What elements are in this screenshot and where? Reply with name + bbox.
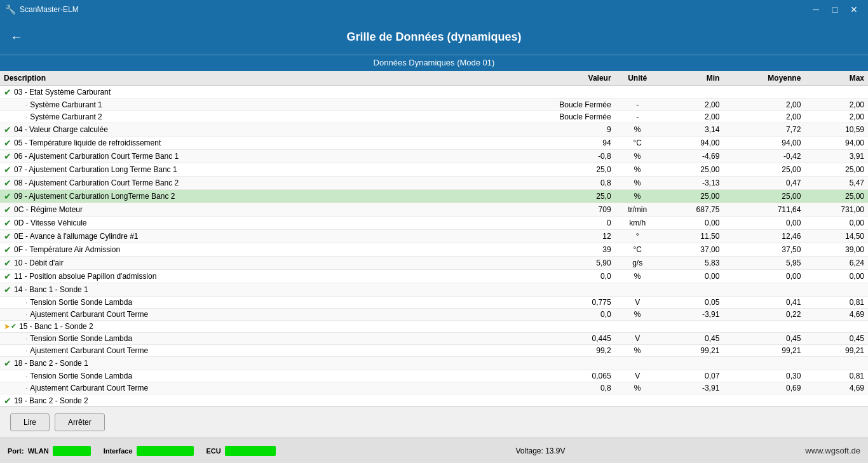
row-desc: 03 - Etat Système Carburant [14,88,111,97]
row-moyenne: 0,45 [723,333,804,345]
row-max: 4,69 [804,309,868,321]
row-max [804,283,868,297]
table-row: ✔08 - Ajustement Carburation Court Terme… [0,177,868,190]
check-icon: ✔ [4,138,11,148]
row-valeur [543,357,615,370]
row-min [660,321,724,333]
row-unite: V [615,370,660,382]
interface-label: Interface [104,447,133,455]
row-min: 0,07 [660,370,724,382]
close-button[interactable]: ✕ [845,1,863,18]
row-desc: 04 - Valeur Charge calculée [14,125,108,134]
check-icon: ✔ [4,396,11,406]
table-row: ✔09 - Ajustement Carburation LongTerme B… [0,190,868,203]
wlan-indicator [53,446,91,456]
row-moyenne [723,321,804,333]
title-bar-controls: ─ □ ✕ [807,1,863,18]
row-unite: - [615,111,660,123]
row-min: 2,00 [660,99,724,111]
row-max: 25,00 [804,163,868,177]
row-unite: V [615,333,660,345]
row-valeur [543,86,615,99]
row-desc: 08 - Ajustement Carburation Court Terme … [14,178,179,187]
col-description: Description [0,71,543,86]
row-max [804,357,868,370]
row-moyenne: 0,00 [723,217,804,230]
row-unite [615,283,660,297]
row-desc: 0C - Régime Moteur [14,205,83,214]
app-title: ScanMaster-ELM [20,5,79,14]
row-moyenne: 12,46 [723,230,804,243]
row-unite: g/s [615,257,660,270]
table-row: ➤✔15 - Banc 1 - Sonde 2 [0,321,868,333]
row-desc: 18 - Banc 2 - Sonde 1 [14,359,88,368]
row-unite [615,357,660,370]
arrow-icon: ➤ [4,322,10,331]
sub-header: Données Dynamiques (Mode 01) [0,55,868,71]
table-row: ✔19 - Banc 2 - Sonde 2 [0,394,868,406]
row-unite: % [615,345,660,357]
row-valeur: 0,065 [543,370,615,382]
check-icon: ✔ [4,178,11,188]
row-desc: Système Carburant 2 [30,112,102,121]
row-desc: 0E - Avance à l'allumage Cylindre #1 [14,232,139,241]
check-icon: ✔ [4,271,11,281]
row-unite: % [615,163,660,177]
row-min: 11,50 [660,230,724,243]
table-row: ·Système Carburant 1Boucle Fermée-2,002,… [0,99,868,111]
col-valeur: Valeur [543,71,615,86]
row-moyenne: 99,21 [723,345,804,357]
maximize-button[interactable]: □ [826,1,844,18]
col-moyenne: Moyenne [723,71,804,86]
row-unite [615,321,660,333]
row-valeur [543,394,615,406]
check-icon: ✔ [4,151,11,161]
row-max [804,86,868,99]
title-bar-left: 🔧 ScanMaster-ELM [5,4,79,15]
website-label: www.wgsoft.de [805,446,860,455]
row-moyenne: 711,64 [723,203,804,217]
row-desc: Système Carburant 1 [30,100,102,109]
col-unite: Unité [615,71,660,86]
page-title: Grille de Données (dynamiques) [8,30,860,44]
row-valeur: Boucle Fermée [543,99,615,111]
row-unite: °C [615,137,660,150]
col-min: Min [660,71,724,86]
row-max: 14,50 [804,230,868,243]
row-moyenne: 0,00 [723,270,804,283]
row-valeur: -0,8 [543,150,615,163]
row-max: 0,00 [804,270,868,283]
check-icon: ✔ [4,124,11,135]
interface-indicator [137,446,194,456]
row-min: 0,45 [660,333,724,345]
row-max: 0,00 [804,217,868,230]
row-desc: Tension Sortie Sonde Lambda [30,298,132,307]
row-moyenne: 0,22 [723,309,804,321]
check-icon: ✔ [4,245,11,255]
row-valeur: 9 [543,123,615,137]
table-row: ✔0E - Avance à l'allumage Cylindre #112°… [0,230,868,243]
read-button[interactable]: Lire [10,413,50,431]
row-max: 5,47 [804,177,868,190]
row-min: 94,00 [660,137,724,150]
row-max [804,394,868,406]
row-valeur: 0,0 [543,309,615,321]
row-unite: ° [615,230,660,243]
stop-button[interactable]: Arrêter [55,413,105,431]
table-row: ✔0C - Régime Moteur709tr/min687,75711,64… [0,203,868,217]
row-desc: 07 - Ajustement Carburation Long Terme B… [14,165,177,174]
row-min: -3,91 [660,309,724,321]
row-valeur: 709 [543,203,615,217]
col-max: Max [804,71,868,86]
row-unite [615,394,660,406]
sub-header-title: Données Dynamiques (Mode 01) [374,58,495,67]
row-min: -4,69 [660,150,724,163]
row-max: 2,00 [804,99,868,111]
row-unite: % [615,309,660,321]
row-moyenne: 0,47 [723,177,804,190]
minimize-button[interactable]: ─ [807,1,825,18]
row-min: 25,00 [660,190,724,203]
back-button[interactable]: ← [10,30,23,44]
row-desc: Tension Sortie Sonde Lambda [30,334,132,343]
row-max: 731,00 [804,203,868,217]
